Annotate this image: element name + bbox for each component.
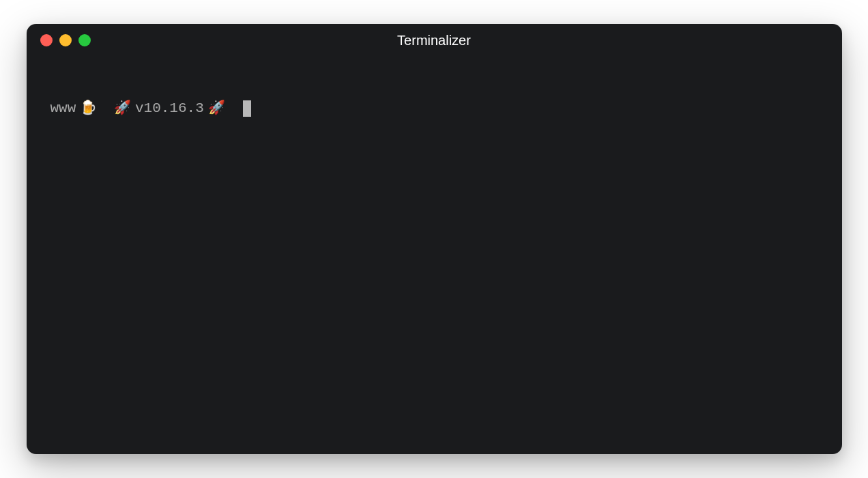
minimize-button[interactable] [59, 34, 72, 46]
traffic-lights [40, 34, 91, 46]
prompt-version: v10.16.3 [135, 98, 204, 120]
terminal-cursor [243, 100, 251, 117]
title-bar: Terminalizer [27, 24, 842, 57]
rocket-icon: 🚀 [208, 98, 225, 119]
rocket-icon: 🚀 [114, 98, 131, 119]
prompt-cwd: www [50, 98, 76, 120]
prompt-line: www 🍺 🚀 v10.16.3 🚀 [50, 98, 818, 120]
close-button[interactable] [40, 34, 53, 46]
terminal-body[interactable]: www 🍺 🚀 v10.16.3 🚀 [27, 57, 842, 454]
terminal-window: Terminalizer www 🍺 🚀 v10.16.3 🚀 [27, 24, 842, 454]
maximize-button[interactable] [78, 34, 91, 46]
window-title: Terminalizer [397, 33, 471, 48]
beer-icon: 🍺 [80, 98, 97, 119]
